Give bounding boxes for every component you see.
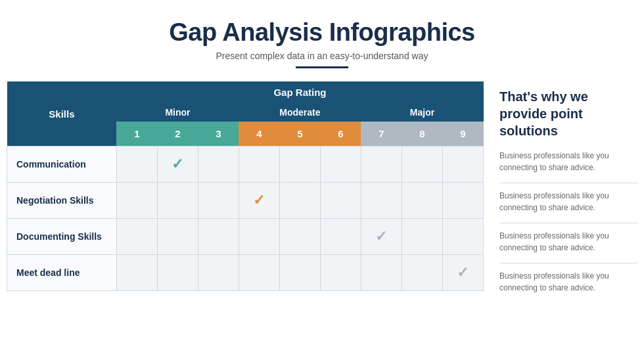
data-cell-1-3: ✓ [239,183,279,219]
data-cell-3-0 [116,255,157,291]
right-panel-heading: That's why we provide point solutions [499,88,637,139]
page-header: Gap Analysis Infographics Present comple… [169,0,474,68]
data-cell-2-7 [402,219,442,255]
data-cell-2-3 [239,219,279,255]
data-cell-1-2 [198,183,239,219]
right-panel-text: Business professionals like you connecti… [499,270,637,294]
checkmark-icon: ✓ [375,228,387,244]
content-area: Skills Gap Rating Minor Moderate Major 1… [7,81,637,303]
num-9: 9 [442,122,483,147]
num-3: 3 [198,122,239,147]
right-divider [499,183,637,183]
skill-label: Meet dead line [7,255,117,291]
data-cell-0-1: ✓ [157,147,198,183]
data-cell-3-7 [402,255,442,291]
data-cell-1-4 [279,183,320,219]
gap-analysis-table: Skills Gap Rating Minor Moderate Major 1… [7,81,484,291]
data-cell-2-8 [442,219,483,255]
data-cell-3-6 [361,255,402,291]
num-4: 4 [239,122,279,147]
data-cell-0-4 [279,147,320,183]
data-cell-0-7 [402,147,442,183]
num-6: 6 [320,122,361,147]
right-divider [499,263,637,263]
skill-label: Documenting Skills [7,219,117,255]
right-panel: That's why we provide point solutions Bu… [499,81,637,303]
checkmark-icon: ✓ [457,264,469,281]
data-cell-0-2 [198,147,239,183]
data-cell-3-8: ✓ [442,255,483,291]
right-panel-text: Business professionals like you connecti… [499,190,637,214]
skill-label: Negotiation Skills [7,183,117,219]
num-2: 2 [157,122,198,147]
data-cell-0-3 [239,147,279,183]
data-cell-1-8 [442,183,483,219]
gap-rating-header: Gap Rating [116,81,483,103]
header-divider [296,66,348,68]
data-cell-1-1 [157,183,198,219]
num-8: 8 [402,122,442,147]
data-cell-3-2 [198,255,239,291]
data-cell-0-6 [361,147,402,183]
checkmark-icon: ✓ [253,192,265,208]
data-cell-2-5 [320,219,361,255]
right-panel-item: Business professionals like you connecti… [499,150,637,173]
data-cell-2-2 [198,219,239,255]
data-cell-3-4 [279,255,320,291]
data-cell-3-5 [320,255,361,291]
right-divider [499,223,637,223]
data-cell-3-3 [239,255,279,291]
skill-label: Communication [7,147,117,183]
data-cell-2-1 [157,219,198,255]
data-cell-3-1 [157,255,198,291]
page-title: Gap Analysis Infographics [169,18,474,47]
num-5: 5 [279,122,320,147]
table-row: Meet dead line✓ [7,255,484,291]
table-row: Documenting Skills✓ [7,219,484,255]
major-header: Major [361,103,483,122]
right-panel-text: Business professionals like you connecti… [499,150,637,173]
right-panel-item: Business professionals like you connecti… [499,223,637,254]
page-subtitle: Present complex data in an easy-to-under… [169,51,474,61]
right-panel-item: Business professionals like you connecti… [499,183,637,214]
table-row: Negotiation Skills✓ [7,183,484,219]
data-cell-1-7 [402,183,442,219]
num-1: 1 [116,122,157,147]
data-cell-0-5 [320,147,361,183]
table-row: Communication✓ [7,147,484,183]
gap-rating-row: Skills Gap Rating [7,81,484,103]
minor-header: Minor [116,103,239,122]
data-cell-2-6: ✓ [361,219,402,255]
right-panel-item: Business professionals like you connecti… [499,263,637,294]
data-cell-0-0 [116,147,157,183]
skills-header: Skills [7,81,117,147]
right-panel-text: Business professionals like you connecti… [499,230,637,254]
checkmark-icon: ✓ [172,156,183,172]
data-cell-1-5 [320,183,361,219]
num-7: 7 [361,122,402,147]
data-cell-1-6 [361,183,402,219]
data-cell-2-0 [116,219,157,255]
table-wrapper: Skills Gap Rating Minor Moderate Major 1… [7,81,484,291]
right-items: Business professionals like you connecti… [499,150,637,294]
moderate-header: Moderate [239,103,361,122]
data-cell-0-8 [442,147,483,183]
data-cell-1-0 [116,183,157,219]
data-cell-2-4 [279,219,320,255]
